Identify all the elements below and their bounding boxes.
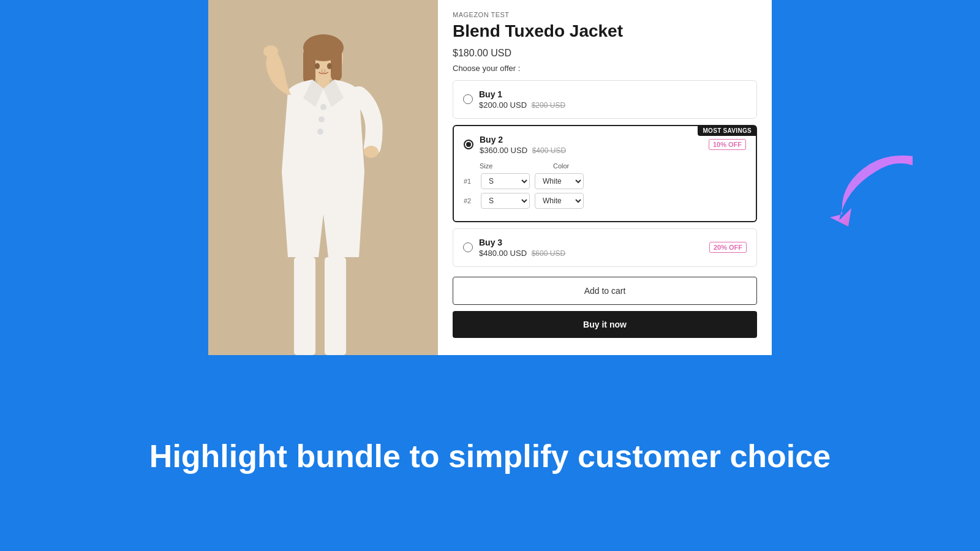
arrow-decoration: [809, 147, 919, 239]
svg-rect-12: [294, 257, 315, 355]
row2-index: #2: [464, 197, 476, 204]
most-savings-badge: Most Savings: [698, 126, 756, 136]
row2-color-select[interactable]: White Black Gray Navy: [535, 193, 584, 209]
product-price: $180.00 USD: [453, 48, 757, 59]
top-section: MAGEZON TEST Blend Tuxedo Jacket $180.00…: [0, 0, 980, 361]
svg-point-8: [318, 116, 325, 122]
offer3-name: Buy 3: [479, 238, 565, 247]
offer3-discount: 20% OFF: [709, 242, 747, 253]
offer3-price: $480.00 USD $600 USD: [479, 249, 565, 258]
product-card: MAGEZON TEST Blend Tuxedo Jacket $180.00…: [208, 0, 772, 355]
row1-color-select[interactable]: White Black Gray Navy: [535, 173, 584, 189]
choose-offer-label: Choose your offer :: [453, 64, 757, 73]
offer1-name: Buy 1: [479, 89, 565, 99]
row1-size-select[interactable]: XS S M L XL: [481, 173, 530, 189]
product-image-svg: [208, 0, 438, 355]
svg-point-7: [320, 104, 326, 110]
radio-buy1[interactable]: [463, 94, 473, 104]
brand-name: MAGEZON TEST: [453, 11, 757, 18]
product-details: MAGEZON TEST Blend Tuxedo Jacket $180.00…: [438, 0, 772, 355]
selector-row-2: #2 XS S M L XL White Black Gray Nav: [464, 193, 746, 209]
row2-size-select[interactable]: XS S M L XL: [481, 193, 530, 209]
svg-point-14: [315, 63, 320, 69]
selector-row-1: #1 XS S M L XL White Black Gray Nav: [464, 173, 746, 189]
offer2-price: $360.00 USD $400 USD: [480, 146, 566, 155]
headline-text: Highlight bundle to simplify customer ch…: [149, 437, 831, 475]
buy-it-now-button[interactable]: Buy it now: [453, 311, 757, 338]
offer1-price: $200.00 USD $200 USD: [479, 100, 565, 110]
svg-point-10: [263, 45, 278, 58]
radio-buy3[interactable]: [463, 242, 473, 252]
svg-point-15: [327, 63, 332, 69]
add-to-cart-button[interactable]: Add to cart: [453, 277, 757, 305]
offer2-name: Buy 2: [480, 135, 566, 144]
svg-point-11: [364, 146, 379, 158]
svg-rect-13: [325, 257, 346, 355]
bottom-section: Highlight bundle to simplify customer ch…: [0, 361, 980, 551]
offer-buy2[interactable]: Most Savings Buy 2 $360.00 USD $400 USD …: [453, 125, 757, 222]
color-label: Color: [553, 162, 627, 170]
row1-index: #1: [464, 178, 476, 185]
size-label: Size: [480, 162, 553, 170]
svg-rect-4: [303, 48, 315, 84]
action-buttons: Add to cart Buy it now: [453, 277, 757, 338]
svg-point-9: [317, 129, 323, 135]
radio-buy2[interactable]: [464, 140, 473, 149]
offer2-discount: 10% OFF: [709, 139, 746, 150]
offer-buy1[interactable]: Buy 1 $200.00 USD $200 USD: [453, 80, 757, 119]
product-image-area: [208, 0, 438, 355]
svg-rect-5: [331, 48, 342, 81]
product-title: Blend Tuxedo Jacket: [453, 21, 757, 42]
offer-buy3[interactable]: Buy 3 $480.00 USD $600 USD 20% OFF: [453, 228, 757, 267]
bundle-selectors: Size Color #1 XS S M L XL: [464, 162, 746, 209]
